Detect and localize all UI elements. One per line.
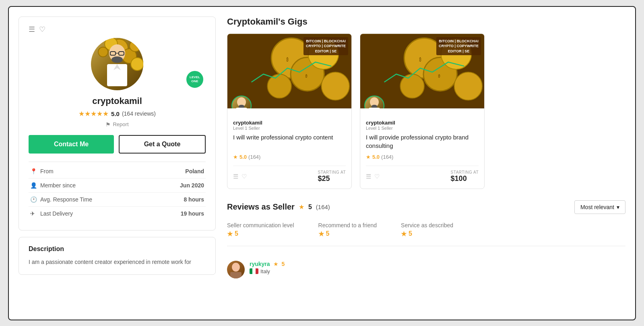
flag-icon: ⚑	[105, 121, 111, 128]
left-column: ☰ ♡	[19, 17, 216, 310]
gigs-title: Cryptokamil's Gigs	[227, 17, 625, 27]
clock-icon: 🕐	[29, 192, 39, 206]
review-country-label-0: Italy	[260, 268, 270, 274]
gig-2-seller-level: Level 1 Seller	[366, 126, 479, 131]
metric-communication: Seller communication level ★ 5	[227, 222, 294, 238]
metric-comm-value: ★ 5	[227, 230, 294, 238]
metrics-row: Seller communication level ★ 5 Recommend…	[227, 222, 625, 246]
gig-1-price-wrap: STARTING AT $25	[318, 170, 346, 183]
gig-1-footer: ☰ ♡ STARTING AT $25	[233, 166, 346, 183]
main-frame: ☰ ♡	[8, 6, 636, 320]
svg-rect-24	[236, 108, 247, 108]
gig-card-1[interactable]: ₿ ₿ BITCOIN | BLOCKCHAI CRYPTO | COPYWRI…	[227, 33, 352, 189]
gig-2-rating-row: ★ 5.0 (164)	[366, 154, 479, 160]
description-card: Description I am a passionate content cr…	[19, 237, 216, 275]
gig-2-badge: BITCOIN | BLOCKCHAI CRYPTO | COPYWRITE E…	[436, 37, 481, 56]
metric-svc-label: Service as described	[401, 222, 453, 228]
gig-1-count: (164)	[248, 154, 260, 160]
from-value: Poland	[150, 164, 206, 179]
gig-2-price-wrap: STARTING AT $100	[451, 170, 479, 183]
review-country-0: Italy	[250, 268, 285, 274]
gig-1-avatar-wrap	[231, 96, 252, 108]
gig-2-avatar-wrap	[364, 96, 384, 108]
gig-card-2[interactable]: ₿ ₿ BITCOIN | BLOCKCHAI CRYPTO | COPYWRI…	[360, 33, 485, 189]
svg-point-10	[111, 56, 123, 63]
gig-1-title: I will write professional crypto content	[233, 133, 346, 150]
description-text: I am a passionate content creator experi…	[29, 257, 206, 266]
gig-2-title: I will provide professional crypto brand…	[366, 133, 479, 150]
metric-service: Service as described ★ 5	[401, 222, 453, 238]
gig-2-count: (164)	[381, 154, 393, 160]
metric-rec-star: ★	[318, 230, 324, 238]
gig-2-footer: ☰ ♡ STARTING AT $100	[366, 166, 479, 183]
reviews-star: ★	[299, 203, 304, 211]
review-rating-0: 5	[282, 261, 285, 267]
gig-image-1: ₿ ₿ BITCOIN | BLOCKCHAI CRYPTO | COPYWRI…	[227, 34, 351, 108]
gig-image-2: ₿ ₿ BITCOIN | BLOCKCHAI CRYPTO | COPYWRI…	[360, 34, 484, 108]
info-table: 📍 From Poland 👤 Member since Jun 2020 🕐 …	[29, 164, 206, 220]
profile-card: ☰ ♡	[19, 17, 216, 230]
gig-2-menu-icon[interactable]: ☰	[366, 173, 371, 180]
info-row-response: 🕐 Avg. Response Time 8 hours	[29, 192, 206, 206]
contact-me-button[interactable]: Contact Me	[29, 135, 114, 154]
stars: ★★★★★	[78, 110, 109, 118]
gig-2-star: ★	[366, 154, 371, 160]
gig-1-price-label: STARTING AT	[318, 170, 346, 174]
svg-rect-35	[369, 108, 380, 108]
gig-1-seller-level: Level 1 Seller	[233, 126, 346, 131]
gig-1-heart-icon[interactable]: ♡	[242, 173, 247, 180]
menu-icon[interactable]: ☰	[29, 25, 35, 34]
member-value: Jun 2020	[150, 178, 206, 192]
metric-comm-label: Seller communication level	[227, 222, 294, 228]
metric-rec-label: Recommend to a friend	[318, 222, 377, 228]
svg-rect-37	[230, 272, 242, 278]
level-badge: LEVEL ONE	[186, 70, 204, 89]
review-username-0[interactable]: ryukyra	[250, 261, 270, 267]
get-quote-button[interactable]: Get a Quote	[119, 135, 206, 154]
report-label[interactable]: Report	[113, 121, 128, 127]
gig-2-footer-icons: ☰ ♡	[366, 173, 380, 180]
description-title: Description	[29, 245, 206, 253]
gig-2-price-label: STARTING AT	[451, 170, 479, 174]
button-row: Contact Me Get a Quote	[29, 135, 206, 154]
username: cryptokamil	[29, 96, 206, 106]
rating-score: 5.0	[111, 110, 120, 117]
gig-1-price: $25	[318, 174, 346, 183]
delivery-icon: ✈	[29, 206, 39, 220]
gigs-section: Cryptokamil's Gigs ₿	[227, 17, 625, 189]
card-top-icons: ☰ ♡	[29, 25, 206, 34]
chevron-down-icon: ▾	[617, 204, 619, 210]
report-row: ⚑ Report	[29, 121, 206, 128]
gig-2-avatar	[364, 96, 384, 108]
avatar-wrap: LEVEL ONE	[29, 38, 206, 90]
italy-flag	[250, 268, 258, 274]
gig-1-star: ★	[233, 154, 238, 160]
review-user-info-0: ryukyra ★ 5 Italy	[250, 261, 285, 278]
metric-svc-value: ★ 5	[401, 230, 453, 238]
gig-1-seller-name: cryptokamil	[233, 120, 346, 126]
delivery-value: 19 hours	[150, 206, 206, 220]
svg-point-36	[232, 263, 240, 272]
gig-2-rating: 5.0	[372, 154, 380, 160]
gig-1-avatar	[231, 96, 252, 108]
info-row-from: 📍 From Poland	[29, 164, 206, 179]
rating-count: (164 reviews)	[122, 110, 156, 117]
sort-dropdown[interactable]: Most relevant ▾	[574, 200, 625, 214]
heart-icon[interactable]: ♡	[39, 25, 45, 34]
gig-2-heart-icon[interactable]: ♡	[374, 173, 380, 180]
reviews-count: (164)	[316, 203, 330, 210]
review-rating-star-0: ★	[273, 261, 279, 267]
info-row-member: 👤 Member since Jun 2020	[29, 178, 206, 192]
gig-1-rating-row: ★ 5.0 (164)	[233, 154, 346, 160]
metric-svc-star: ★	[401, 230, 407, 238]
reviews-title: Reviews as Seller	[227, 202, 295, 212]
gig-1-menu-icon[interactable]: ☰	[233, 173, 238, 180]
gig-2-seller-name: cryptokamil	[366, 120, 479, 126]
gig-2-body: cryptokamil Level 1 Seller I will provid…	[360, 108, 484, 189]
response-value: 8 hours	[150, 192, 206, 206]
gig-2-price: $100	[451, 174, 479, 183]
review-avatar-0	[227, 261, 245, 278]
reviews-section: Reviews as Seller ★ 5 (164) Most relevan…	[227, 200, 625, 278]
gig-1-body: cryptokamil Level 1 Seller I will write …	[227, 108, 351, 189]
gig-1-footer-icons: ☰ ♡	[233, 173, 247, 180]
